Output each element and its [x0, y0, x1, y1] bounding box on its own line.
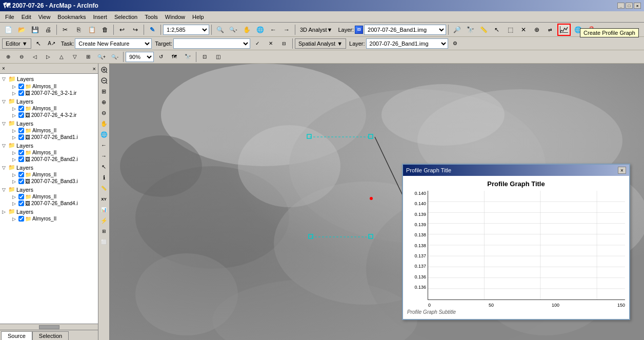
layer-check-3-2[interactable]: [18, 134, 24, 140]
pan-right-btn[interactable]: ▷: [42, 51, 54, 63]
nav-xy[interactable]: XY: [99, 194, 109, 204]
layer-check-4-2[interactable]: [18, 156, 24, 162]
pan-btn[interactable]: ✋: [240, 24, 253, 35]
layer-check-6-1[interactable]: [18, 194, 24, 199]
clear-selected[interactable]: ✕: [517, 24, 530, 35]
minimize-btn[interactable]: _: [617, 3, 625, 9]
toc-group-header-3[interactable]: ▽ 📁 Layers: [0, 119, 98, 127]
create-profile-graph-btn[interactable]: [557, 24, 571, 36]
layout-tools-btn[interactable]: ⊡: [198, 51, 211, 63]
scroll-thumb[interactable]: [39, 325, 59, 329]
toc-group-header-4[interactable]: ▽ 📁 Layers: [0, 142, 98, 149]
overview-btn[interactable]: 🗺: [168, 51, 180, 63]
print-btn[interactable]: 🖨: [42, 24, 54, 35]
layer-check-5-1[interactable]: [18, 172, 24, 177]
delete-btn[interactable]: 🗑: [99, 24, 111, 35]
layer-item-4-1[interactable]: ▷ 📁 Almyros_II: [0, 149, 98, 156]
menu-bookmarks[interactable]: Bookmarks: [54, 13, 89, 21]
data-frame-tools[interactable]: ◫: [212, 51, 224, 63]
menu-window[interactable]: Window: [162, 13, 188, 21]
select-tool[interactable]: ↖: [491, 24, 503, 35]
toc-group-header-6[interactable]: ▽ 📁 Layers: [0, 186, 98, 193]
profile-graph-titlebar[interactable]: Profile Graph Title ×: [403, 165, 629, 176]
restore-btn[interactable]: □: [626, 3, 633, 9]
magnify-btn[interactable]: 🔭: [182, 51, 194, 63]
layer-select[interactable]: 2007-07-26_Band1.img: [364, 25, 446, 35]
undo-btn[interactable]: ↩: [116, 24, 128, 35]
sketch-tool-btn[interactable]: ✎: [146, 24, 158, 35]
nav-zoom-in[interactable]: [99, 65, 109, 75]
layer-check-7-1[interactable]: [18, 216, 24, 222]
nav-zoom-out[interactable]: [99, 75, 109, 86]
3d-analyst-dropdown[interactable]: 3D Analyst ▼: [297, 24, 335, 35]
target-combo[interactable]: [173, 38, 250, 49]
layer-item-1-2[interactable]: ▷ 🖼 2007-07-26_3-2-1.ir: [0, 90, 98, 96]
nav-back[interactable]: ←: [99, 140, 109, 150]
edit-annotation[interactable]: A↗: [46, 38, 58, 49]
spatial-analyst-dropdown[interactable]: Spatial Analyst ▼: [295, 38, 346, 49]
layer-item-6-2[interactable]: ▷ 🖼 2007-07-26_Band4.i: [0, 200, 98, 207]
go-back-btn[interactable]: ←: [267, 24, 279, 35]
nav-measure[interactable]: 📏: [99, 183, 109, 193]
measure-tool[interactable]: 📏: [477, 24, 490, 35]
open-btn[interactable]: 📂: [15, 24, 28, 35]
zoom-out-t3[interactable]: ⊖: [15, 51, 28, 63]
fixed-zoom-out-btn[interactable]: 🔍-: [109, 51, 121, 63]
pan-down-btn[interactable]: ▽: [69, 51, 81, 63]
layer-check-1-2[interactable]: [18, 90, 24, 96]
layer-item-3-1[interactable]: ▷ 📁 Almyros_II: [0, 127, 98, 134]
layer-item-2-2[interactable]: ▷ 🖼 2007-07-26_4-3-2.ir: [0, 112, 98, 118]
editor-dropdown[interactable]: Editor ▼: [2, 38, 31, 49]
zoom-out-btn[interactable]: 🔍-: [227, 24, 239, 35]
toc-group-header-1[interactable]: ▽ 📁 Layers: [0, 75, 98, 83]
close-btn[interactable]: ×: [634, 3, 641, 9]
layer-item-1-1[interactable]: ▷ 📁 Almyros_II: [0, 83, 98, 90]
sa-options-btn[interactable]: ⚙: [449, 38, 461, 49]
menu-insert[interactable]: Insert: [90, 13, 110, 21]
layer-check-3-1[interactable]: [18, 128, 24, 133]
layer-check-2-2[interactable]: [18, 112, 24, 118]
layer-item-5-1[interactable]: ▷ 📁 Almyros_II: [0, 171, 98, 178]
zoom-in-t3[interactable]: ⊕: [2, 51, 14, 63]
zoom-combo[interactable]: 90%: [126, 52, 154, 62]
toc-group-header-7[interactable]: ▷ 📁 Layers: [0, 208, 98, 215]
layer-item-3-2[interactable]: ▷ 🖼 2007-07-26_Band1.i: [0, 134, 98, 141]
select-by-graphics[interactable]: ⬚: [504, 24, 516, 35]
toc-close-btn[interactable]: ×: [93, 66, 96, 72]
delete-sketch[interactable]: ✕: [265, 38, 277, 49]
identify-tool[interactable]: 🔎: [451, 24, 463, 35]
nav-full-extent[interactable]: ⊞: [99, 86, 109, 96]
fixed-zoom-in-btn[interactable]: 🔍+: [95, 51, 108, 63]
nav-globe[interactable]: 🌐: [99, 129, 109, 139]
menu-file[interactable]: File: [2, 13, 17, 21]
layer-check-1-1[interactable]: [18, 84, 24, 89]
sketch-complete[interactable]: ✓: [251, 38, 264, 49]
edit-tool[interactable]: ↖: [32, 38, 45, 49]
menu-selection[interactable]: Selection: [111, 13, 140, 21]
layer-item-4-2[interactable]: ▷ 🖼 2007-07-26_Band2.i: [0, 156, 98, 163]
tab-source[interactable]: Source: [1, 331, 32, 340]
copy-btn[interactable]: ⎘: [72, 24, 85, 35]
layer-item-6-1[interactable]: ▷ 📁 Almyros_II: [0, 193, 98, 200]
layer-item-7-1[interactable]: ▷ 📁 Almyros_II: [0, 215, 98, 222]
profile-graph-close-btn[interactable]: ×: [618, 167, 626, 174]
nav-select[interactable]: ↖: [99, 162, 109, 172]
redo-btn[interactable]: ↪: [129, 24, 142, 35]
layer-check-6-2[interactable]: [18, 201, 24, 206]
nav-chart[interactable]: 📊: [99, 205, 109, 215]
menu-help[interactable]: Help: [189, 13, 207, 21]
nav-info[interactable]: ℹ: [99, 172, 109, 183]
layer-item-5-2[interactable]: ▷ 🖼 2007-07-26_Band3.i: [0, 178, 98, 185]
swap-main-overview[interactable]: ⇄: [544, 24, 556, 35]
pan-up-btn[interactable]: △: [55, 51, 68, 63]
nav-lightning[interactable]: ⚡: [99, 215, 109, 226]
full-page-btn[interactable]: ⊞: [82, 51, 94, 63]
save-btn[interactable]: 💾: [29, 24, 41, 35]
nav-table[interactable]: ⊞: [99, 226, 109, 236]
layer-check-4-1[interactable]: [18, 150, 24, 155]
layer-check-5-2[interactable]: [18, 178, 24, 184]
layer-check-2-1[interactable]: [18, 106, 24, 111]
find-tool[interactable]: 🔭: [464, 24, 476, 35]
toc-group-header-2[interactable]: ▽ 📁 Layers: [0, 97, 98, 105]
paste-btn[interactable]: 📋: [86, 24, 98, 35]
